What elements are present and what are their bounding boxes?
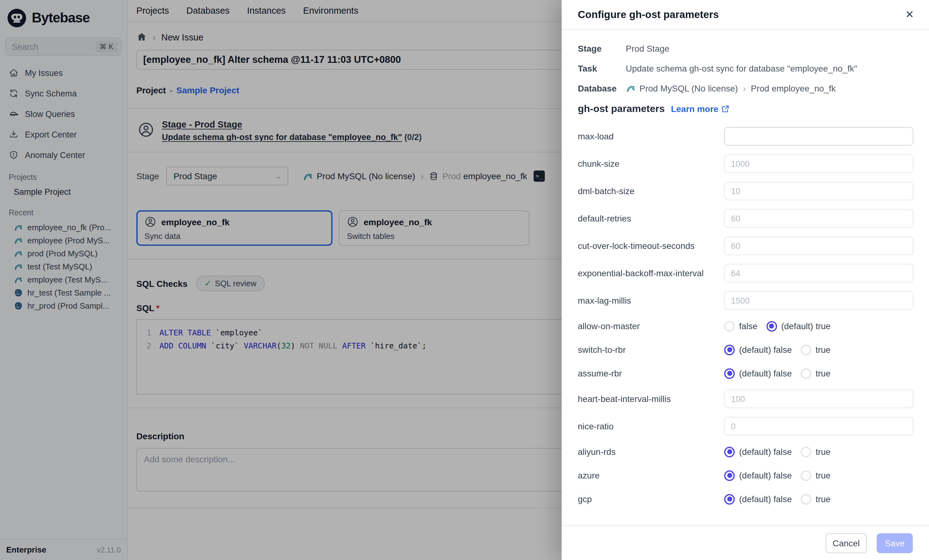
info-row-stage: Stage Prod Stage: [578, 44, 914, 54]
radio-selected-icon[interactable]: [724, 368, 735, 379]
param-row-assume-rbr: assume-rbr (default) false true: [578, 366, 914, 381]
external-link-icon: [721, 104, 730, 113]
param-row-chunk-size: chunk-size: [578, 154, 914, 173]
info-stage-value: Prod Stage: [626, 44, 669, 54]
param-row-azure: azure (default) false true: [578, 468, 914, 483]
save-button[interactable]: Save: [877, 533, 913, 553]
radio-option[interactable]: true: [801, 368, 831, 379]
mysql-icon: [626, 83, 636, 93]
param-row-cut-over-lock-timeout-seconds: cut-over-lock-timeout-seconds: [578, 236, 914, 255]
radio-unselected-icon[interactable]: [801, 368, 811, 379]
radio-option[interactable]: (default) false: [724, 344, 792, 355]
nice-ratio-input[interactable]: [724, 417, 914, 436]
radio-unselected-icon[interactable]: [724, 321, 735, 331]
gh-ost-params-heading-row: gh-ost parameters Learn more: [578, 103, 914, 115]
drawer-header: Configure gh-ost parameters ✕: [562, 0, 929, 30]
drawer-footer: Cancel Save: [562, 525, 929, 560]
param-row-default-retries: default-retries: [578, 209, 914, 228]
info-task-value: Update schema gh-ost sync for database "…: [626, 63, 857, 73]
info-row-task: Task Update schema gh-ost sync for datab…: [578, 63, 914, 73]
close-icon[interactable]: ✕: [905, 9, 914, 20]
radio-unselected-icon[interactable]: [801, 344, 811, 355]
radio-option[interactable]: (default) true: [766, 321, 831, 331]
radio-option[interactable]: true: [801, 494, 831, 504]
param-row-dml-batch-size: dml-batch-size: [578, 182, 914, 200]
radio-selected-icon[interactable]: [724, 344, 735, 355]
param-row-allow-on-master: allow-on-master false (default) true: [578, 318, 914, 334]
drawer-body: Stage Prod Stage Task Update schema gh-o…: [562, 30, 929, 525]
dml-batch-size-input[interactable]: [724, 182, 914, 200]
gh-ost-params-heading: gh-ost parameters: [578, 103, 665, 115]
param-row-gcp: gcp (default) false true: [578, 491, 914, 506]
info-instance-value: Prod MySQL (No license): [639, 83, 738, 93]
exponential-backoff-max-interval-input[interactable]: [724, 264, 914, 283]
param-row-exponential-backoff-max-interval: exponential-backoff-max-interval: [578, 264, 914, 283]
radio-unselected-icon[interactable]: [801, 470, 811, 480]
param-row-aliyun-rds: aliyun-rds (default) false true: [578, 444, 914, 459]
radio-selected-icon[interactable]: [766, 321, 777, 331]
chevron-right-icon: ›: [743, 83, 746, 93]
default-retries-input[interactable]: [724, 209, 914, 228]
radio-option[interactable]: (default) false: [724, 368, 792, 379]
gh-ost-config-drawer: Configure gh-ost parameters ✕ Stage Prod…: [562, 0, 929, 560]
radio-option[interactable]: true: [801, 344, 831, 355]
radio-option[interactable]: (default) false: [724, 470, 792, 480]
radio-option[interactable]: false: [724, 321, 757, 331]
param-row-max-lag-millis: max-lag-millis: [578, 291, 914, 310]
param-row-switch-to-rbr: switch-to-rbr (default) false true: [578, 342, 914, 357]
param-row-heart-beat-interval-millis: heart-beat-interval-millis: [578, 390, 914, 408]
info-row-database: Database Prod MySQL (No license) › Prod …: [578, 83, 914, 93]
cut-over-lock-timeout-seconds-input[interactable]: [724, 236, 914, 255]
info-database-value: Prod employee_no_fk: [751, 83, 835, 93]
param-row-max-load: max-load: [578, 127, 914, 145]
max-lag-millis-input[interactable]: [724, 291, 914, 310]
cancel-button[interactable]: Cancel: [826, 533, 867, 553]
radio-selected-icon[interactable]: [724, 494, 735, 504]
drawer-title: Configure gh-ost parameters: [578, 9, 719, 20]
radio-selected-icon[interactable]: [724, 447, 735, 457]
chunk-size-input[interactable]: [724, 154, 914, 173]
radio-option[interactable]: (default) false: [724, 447, 792, 457]
radio-selected-icon[interactable]: [724, 470, 735, 480]
param-row-nice-ratio: nice-ratio: [578, 417, 914, 436]
max-load-input[interactable]: [724, 127, 914, 145]
learn-more-link[interactable]: Learn more: [671, 104, 730, 114]
radio-unselected-icon[interactable]: [801, 494, 811, 504]
radio-option[interactable]: (default) false: [724, 494, 792, 504]
heart-beat-interval-millis-input[interactable]: [724, 390, 914, 408]
radio-option[interactable]: true: [801, 447, 831, 457]
radio-option[interactable]: true: [801, 470, 831, 480]
radio-unselected-icon[interactable]: [801, 447, 811, 457]
